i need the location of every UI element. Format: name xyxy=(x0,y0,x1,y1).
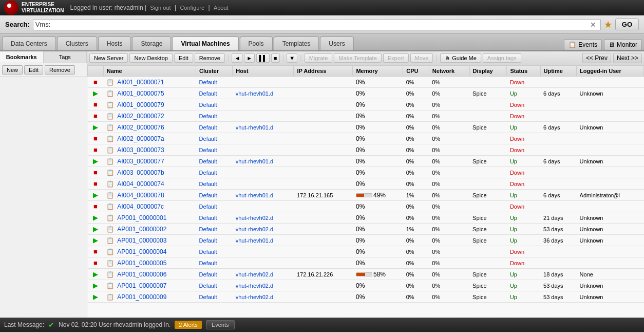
tab-data-centers[interactable]: Data Centers xyxy=(2,36,56,50)
table-row[interactable]: ■ 📋 AI004_0000007c Default 0% 0% 0% Down xyxy=(88,201,644,212)
tab-hosts[interactable]: Hosts xyxy=(98,36,131,50)
guide-me-button[interactable]: 🖱 Guide Me xyxy=(440,53,481,63)
about-link[interactable]: About xyxy=(214,5,229,11)
cell-name[interactable]: 📋 AI004_00000074 xyxy=(103,178,196,190)
migrate-button[interactable]: Migrate xyxy=(305,53,333,63)
alerts-button[interactable]: 2 Alerts xyxy=(175,321,202,329)
tab-clusters[interactable]: Clusters xyxy=(57,36,97,50)
cell-name[interactable]: 📋 AI001_00000075 xyxy=(103,88,196,99)
events-status-button[interactable]: Events xyxy=(206,320,235,329)
col-memory[interactable]: Memory xyxy=(353,66,403,77)
table-row[interactable]: ■ 📋 AI003_00000073 Default 0% 0% 0% Down xyxy=(88,144,644,156)
table-row[interactable]: ■ 📋 AI002_00000072 Default 0% 0% 0% Down xyxy=(88,110,644,122)
col-display[interactable]: Display xyxy=(469,66,507,77)
cell-cpu: 0% xyxy=(403,88,429,99)
sidebar-edit-button[interactable]: Edit xyxy=(24,65,43,75)
nav-dropdown-button[interactable]: ▼ xyxy=(287,53,297,63)
search-bookmark-icon[interactable]: ★ xyxy=(604,19,612,30)
col-uptime[interactable]: Uptime xyxy=(540,66,577,77)
tab-templates[interactable]: Templates xyxy=(274,36,319,50)
col-host[interactable]: Host xyxy=(233,66,294,77)
cell-name[interactable]: 📋 AI002_0000007a xyxy=(103,133,196,144)
edit-button[interactable]: Edit xyxy=(174,53,193,63)
search-clear-icon[interactable]: ✕ xyxy=(588,21,598,29)
sign-out-link[interactable]: Sign out xyxy=(150,5,171,11)
tab-pools[interactable]: Pools xyxy=(240,36,273,50)
col-name[interactable]: Name xyxy=(103,66,196,77)
table-row[interactable]: ■ 📋 AP001_00000005 Default 0% 0% 0% Down xyxy=(88,257,644,269)
cell-name[interactable]: 📋 AP001_00000006 xyxy=(103,269,196,280)
nav-pause-button[interactable]: ▌▌ xyxy=(256,53,270,63)
nav-prev-button[interactable]: ◄ xyxy=(232,53,242,63)
sidebar-tab-bookmarks[interactable]: Bookmarks xyxy=(0,51,44,63)
cell-name[interactable]: 📋 AP001_00000004 xyxy=(103,246,196,257)
nav-stop-button[interactable]: ■ xyxy=(271,53,280,63)
col-cpu[interactable]: CPU xyxy=(403,66,429,77)
sidebar-new-button[interactable]: New xyxy=(2,65,23,75)
table-row[interactable]: ▶ 📋 AP001_00000009 Default vhut-rhevh02.… xyxy=(88,291,644,303)
table-row[interactable]: ▶ 📋 AI002_00000076 Default vhut-rhevh01.… xyxy=(88,122,644,133)
table-row[interactable]: ▶ 📋 AI003_00000077 Default vhut-rhevh01.… xyxy=(88,156,644,167)
next-page-button[interactable]: Next >> xyxy=(613,53,642,63)
table-row[interactable]: ■ 📋 AI003_0000007b Default 0% 0% 0% Down xyxy=(88,167,644,178)
events-button[interactable]: 📋 Events xyxy=(564,39,602,50)
table-row[interactable]: ■ 📋 AI004_00000074 Default 0% 0% 0% Down xyxy=(88,178,644,190)
table-row[interactable]: ▶ 📋 AP001_00000007 Default vhut-rhevh02.… xyxy=(88,280,644,291)
table-row[interactable]: ■ 📋 AP001_00000004 Default 0% 0% 0% Down xyxy=(88,246,644,257)
nav-next-button[interactable]: ► xyxy=(244,53,255,63)
cell-name[interactable]: 📋 AP001_00000003 xyxy=(103,235,196,246)
cell-name[interactable]: 📋 AI004_0000007c xyxy=(103,201,196,212)
cell-name[interactable]: 📋 AI001_00000079 xyxy=(103,99,196,110)
cell-name[interactable]: 📋 AI002_00000076 xyxy=(103,122,196,133)
cell-name[interactable]: 📋 AP001_00000002 xyxy=(103,224,196,235)
table-row[interactable]: ▶ 📋 AI001_00000075 Default vhut-rhevh01.… xyxy=(88,88,644,99)
cell-name[interactable]: 📋 AP001_00000007 xyxy=(103,280,196,291)
cell-uptime: 53 days xyxy=(540,224,577,235)
col-ip[interactable]: IP Address xyxy=(294,66,353,77)
cell-name[interactable]: 📋 AI001_00000071 xyxy=(103,77,196,88)
col-logged-user[interactable]: Logged-in User xyxy=(577,66,644,77)
monitor-button[interactable]: 🖥 Monitor xyxy=(604,39,642,50)
cell-name[interactable]: 📋 AP001_00000001 xyxy=(103,212,196,224)
cell-name[interactable]: 📋 AI002_00000072 xyxy=(103,110,196,122)
cell-name[interactable]: 📋 AI003_00000077 xyxy=(103,156,196,167)
table-row[interactable]: ▶ 📋 AI004_00000078 Default vhut-rhevh01.… xyxy=(88,190,644,201)
table-row[interactable]: ▶ 📋 AP001_00000002 Default vhut-rhevh02.… xyxy=(88,224,644,235)
make-template-button[interactable]: Make Template xyxy=(334,53,381,63)
cell-name[interactable]: 📋 AP001_00000005 xyxy=(103,257,196,269)
tab-virtual-machines[interactable]: Virtual Machines xyxy=(172,36,238,50)
table-row[interactable]: ■ 📋 AI001_00000071 Default 0% 0% 0% Down xyxy=(88,77,644,88)
cell-status: Up xyxy=(507,88,540,99)
sidebar-tab-tags[interactable]: Tags xyxy=(44,51,87,63)
table-row[interactable]: ▶ 📋 AP001_00000001 Default vhut-rhevh02.… xyxy=(88,212,644,224)
col-status[interactable]: Status xyxy=(507,66,540,77)
cell-name[interactable]: 📋 AP001_00000009 xyxy=(103,291,196,303)
configure-link[interactable]: Configure xyxy=(180,5,204,11)
cell-uptime xyxy=(540,246,577,257)
cell-status: Down xyxy=(507,133,540,144)
cell-name[interactable]: 📋 AI004_00000078 xyxy=(103,190,196,201)
table-row[interactable]: ■ 📋 AI001_00000079 Default 0% 0% 0% Down xyxy=(88,99,644,110)
cell-name[interactable]: 📋 AI003_0000007b xyxy=(103,167,196,178)
cell-network: 0% xyxy=(429,257,469,269)
table-row[interactable]: ■ 📋 AI002_0000007a Default 0% 0% 0% Down xyxy=(88,133,644,144)
tab-storage[interactable]: Storage xyxy=(132,36,171,50)
table-row[interactable]: ▶ 📋 AP001_00000006 Default vhut-rhevh02.… xyxy=(88,269,644,280)
new-desktop-button[interactable]: New Desktop xyxy=(129,53,172,63)
col-cluster[interactable]: Cluster xyxy=(196,66,233,77)
cell-name[interactable]: 📋 AI003_00000073 xyxy=(103,144,196,156)
go-button[interactable]: GO xyxy=(615,18,639,30)
assign-tags-button[interactable]: Assign tags xyxy=(483,53,521,63)
search-input[interactable] xyxy=(35,21,588,28)
new-server-button[interactable]: New Server xyxy=(89,53,128,63)
remove-button[interactable]: Remove xyxy=(195,53,225,63)
col-network[interactable]: Network xyxy=(429,66,469,77)
cell-cluster: Default xyxy=(196,77,233,88)
prev-page-button[interactable]: << Prev xyxy=(582,53,611,63)
table-row[interactable]: ▶ 📋 AP001_00000003 Default vhut-rhevh01.… xyxy=(88,235,644,246)
tab-users[interactable]: Users xyxy=(320,36,353,50)
sidebar-remove-button[interactable]: Remove xyxy=(45,65,75,75)
move-button[interactable]: Move xyxy=(410,53,433,63)
cell-logged-user: Unknown xyxy=(577,212,644,224)
export-button[interactable]: Export xyxy=(383,53,409,63)
